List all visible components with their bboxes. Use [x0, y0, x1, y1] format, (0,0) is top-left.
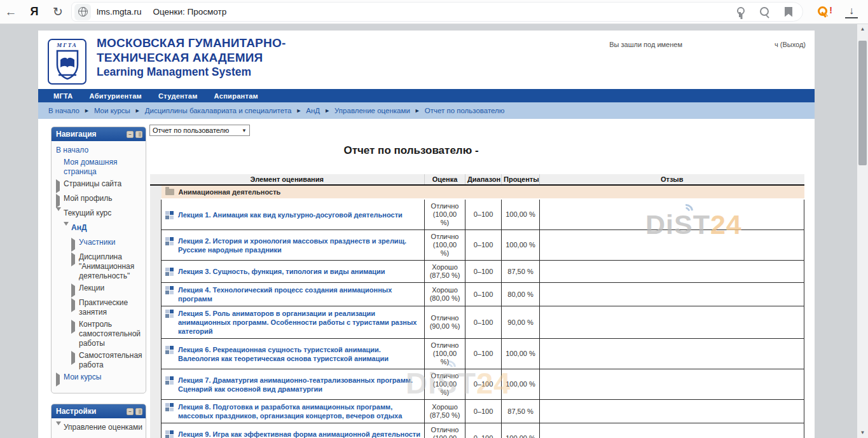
page-content: МГТА МОСКОВСКАЯ ГУМАНИТАРНО- ТЕХНИЧЕСКАЯ…: [38, 31, 815, 438]
grade-item-link[interactable]: Лекция 5. Роль аниматоров в организации …: [178, 309, 420, 336]
column-header-feedback: Отзыв: [540, 174, 804, 185]
sidebar-item-practical[interactable]: Практические занятия: [71, 298, 143, 317]
report-type-select[interactable]: Отчет по пользователю ▼: [149, 125, 250, 136]
topnav-item-mgta[interactable]: МГТА: [53, 92, 73, 100]
sidebar-item-current-course[interactable]: Текущий курс: [56, 209, 143, 221]
navigation-block-title: Навигация: [56, 130, 97, 139]
sidebar-item-participants[interactable]: Участники: [71, 238, 143, 250]
breadcrumb-disciplines[interactable]: Дисциплины бакалавриата и специалитета: [145, 107, 292, 114]
grade-item-link[interactable]: Лекция 7. Драматургия анимационно-театра…: [178, 376, 420, 394]
block-dock-icon[interactable]: [135, 131, 142, 138]
sidebar-item-lectures[interactable]: Лекции: [71, 284, 143, 296]
grade-item-link[interactable]: Лекция 2. История и хронология массовых …: [178, 236, 420, 254]
column-header-item: Элемент оценивания: [150, 174, 425, 185]
zoom-search-icon[interactable]: [759, 6, 771, 18]
site-info-chip[interactable]: [74, 4, 91, 20]
table-row: Лекция 2. История и хронология массовых …: [150, 230, 804, 261]
collapsed-triangle-icon[interactable]: [71, 351, 79, 363]
yandex-browser-icon[interactable]: Я: [22, 5, 47, 18]
collapsed-triangle-icon[interactable]: [71, 238, 79, 250]
grade-item-link[interactable]: Лекция 8. Подготовка и разработка анимац…: [178, 402, 420, 420]
square-icon: [56, 158, 64, 170]
lesson-icon: [165, 430, 174, 438]
sidebar-item-home[interactable]: В начало: [56, 146, 143, 155]
expanded-triangle-icon[interactable]: [56, 423, 64, 435]
sidebar-item-self-control[interactable]: Контроль самостоятельной работы: [71, 320, 143, 348]
main-content: Отчет по пользователю ▼ Отчет по пользов…: [146, 119, 815, 438]
table-row: Лекция 6. Рекреационная сущность туристс…: [150, 339, 804, 369]
login-status-text: Вы зашли под именем: [609, 41, 682, 48]
password-alert-icon[interactable]: !: [817, 5, 832, 19]
table-row: Лекция 8. Подготовка и разработка анимац…: [150, 400, 804, 423]
column-header-range: Диапазон: [465, 174, 502, 185]
grade-item-link[interactable]: Лекция 1. Анимация как вид культурно-дос…: [178, 210, 403, 219]
sidebar-item-my-courses[interactable]: Мои курсы: [56, 373, 143, 385]
page-title-in-addressbar: Оценки: Просмотр: [153, 7, 734, 17]
feedback-cell: [540, 283, 804, 306]
login-status: Вы зашли под именем ч (Выход): [609, 41, 806, 48]
sidebar-item-discipline[interactable]: Дисциплина "Анимационная деятельность": [71, 252, 143, 281]
block-dock-icon[interactable]: [135, 408, 142, 415]
vertical-scrollbar[interactable]: ▲ ▼: [857, 24, 868, 438]
sidebar-item-site-pages[interactable]: Страницы сайта: [56, 179, 143, 191]
collapsed-triangle-icon[interactable]: [71, 252, 79, 264]
sidebar-item-my-profile[interactable]: Мой профиль: [56, 194, 143, 206]
refresh-button[interactable]: ↻: [47, 4, 69, 19]
category-name: Анимационная деятельность: [179, 188, 281, 196]
feedback-cell: [540, 230, 804, 261]
breadcrumb-my-courses[interactable]: Мои курсы: [94, 107, 130, 114]
block-collapse-icon[interactable]: −: [127, 408, 134, 415]
report-select-value: Отчет по пользователю: [153, 127, 229, 134]
password-manager-icon[interactable]: [734, 6, 745, 18]
sidebar-item-self-work[interactable]: Самостоятельная работа: [71, 351, 143, 370]
address-bar[interactable]: lms.mgta.ru Оценки: Просмотр: [71, 2, 803, 22]
top-navigation-bar: МГТА Абитуриентам Студентам Аспирантам: [38, 89, 815, 102]
scroll-down-arrow[interactable]: ▼: [857, 428, 868, 438]
back-button[interactable]: ←: [0, 5, 22, 19]
lesson-icon: [165, 237, 174, 245]
expanded-triangle-icon[interactable]: [56, 209, 64, 221]
topnav-item-studentam[interactable]: Студентам: [158, 92, 198, 100]
grade-item-link[interactable]: Лекция 6. Рекреационная сущность туристс…: [178, 345, 420, 363]
sidebar: Навигация − В начало Моя домашняя страни…: [51, 127, 146, 438]
table-header-row: Элемент оценивания Оценка Диапазон Проце…: [150, 174, 804, 185]
url-host[interactable]: lms.mgta.ru: [97, 7, 142, 17]
grade-item-link[interactable]: Лекция 4. Технологический процесс создан…: [178, 285, 420, 303]
collapsed-triangle-icon[interactable]: [71, 298, 79, 310]
settings-item-grade-admin[interactable]: Управление оценками: [56, 423, 143, 435]
column-header-grade: Оценка: [425, 174, 465, 185]
expanded-triangle-icon[interactable]: [64, 223, 71, 235]
mgta-logo: МГТА: [48, 39, 86, 85]
sidebar-item-my-home[interactable]: Моя домашняя страница: [56, 158, 143, 177]
site-header: МГТА МОСКОВСКАЯ ГУМАНИТАРНО- ТЕХНИЧЕСКАЯ…: [38, 31, 815, 89]
feedback-cell: [540, 306, 804, 339]
grade-item-link[interactable]: Лекция 3. Сущность, функция, типология и…: [178, 267, 385, 276]
collapsed-triangle-icon[interactable]: [71, 320, 79, 332]
bookmark-icon[interactable]: [785, 7, 792, 17]
sidebar-item-and-course[interactable]: АнД: [64, 223, 143, 235]
site-title-line1: МОСКОВСКАЯ ГУМАНИТАРНО-: [97, 36, 286, 50]
breadcrumb-grade-admin[interactable]: Управление оценками: [334, 107, 410, 114]
grade-item-link[interactable]: Лекция 9. Игра как эффективная форма ани…: [178, 430, 420, 438]
lesson-icon: [165, 346, 174, 354]
table-row: Лекция 9. Игра как эффективная форма ани…: [150, 423, 804, 438]
block-collapse-icon[interactable]: −: [127, 131, 134, 138]
collapsed-triangle-icon[interactable]: [71, 284, 79, 296]
scrollbar-thumb[interactable]: [858, 41, 867, 165]
breadcrumb-course[interactable]: АнД: [306, 107, 320, 114]
topnav-item-abiturientam[interactable]: Абитуриентам: [90, 92, 142, 100]
downloads-button[interactable]: ↓: [845, 6, 858, 18]
breadcrumb-separator-icon: ►: [296, 107, 301, 114]
topnav-item-aspirantam[interactable]: Аспирантам: [214, 92, 258, 100]
breadcrumb-home[interactable]: В начало: [48, 107, 79, 114]
scroll-up-arrow[interactable]: ▲: [857, 24, 868, 34]
navigation-block-header: Навигация −: [52, 127, 146, 141]
collapsed-triangle-icon[interactable]: [56, 194, 64, 206]
collapsed-triangle-icon[interactable]: [56, 373, 64, 385]
breadcrumb-user-report[interactable]: Отчет по пользователю: [425, 107, 505, 114]
settings-block-title: Настройки: [56, 407, 96, 416]
browser-toolbar: ← Я ↻ lms.mgta.ru Оценки: Просмотр ! ↓: [0, 0, 868, 24]
collapsed-triangle-icon[interactable]: [56, 179, 64, 191]
breadcrumb-separator-icon: ►: [135, 107, 141, 114]
logout-link[interactable]: ч (Выход): [775, 41, 806, 48]
